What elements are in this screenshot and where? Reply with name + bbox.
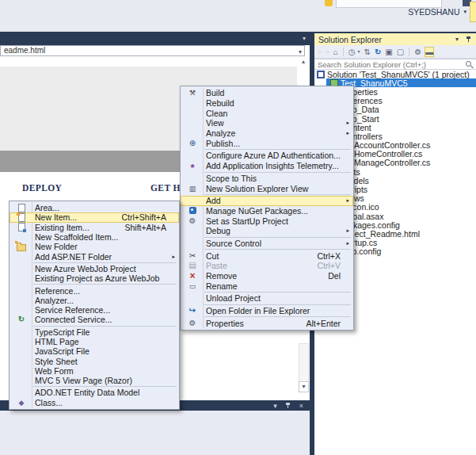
sync-icon[interactable]: ⇅ <box>363 47 371 57</box>
menu-item-open-folder-in-file-explorer[interactable]: ↪Open Folder in File Explorer <box>181 306 353 316</box>
project-context-menu: ⚒BuildRebuildCleanView▸Analyze▸⊕Publish.… <box>180 86 354 331</box>
menu-item-class[interactable]: ◆Class... <box>10 398 179 407</box>
menu-separator <box>33 284 177 285</box>
wrench-tool-icon[interactable]: ⚙ <box>413 47 422 57</box>
solution-explorer-title: Solution Explorer <box>318 35 382 44</box>
menu-item-shortcut: Del <box>328 271 350 281</box>
gear-icon: ⚙ <box>184 217 201 225</box>
menu-item-new-scaffolded-item[interactable]: New Scaffolded Item... <box>10 232 179 242</box>
menu-item-new-solution-explorer-view[interactable]: ▥New Solution Explorer View <box>181 183 353 193</box>
submenu-arrow-icon: ▸ <box>346 197 349 204</box>
chev-down-icon[interactable]: ▾ <box>273 402 277 410</box>
feedback-badge[interactable] <box>470 2 476 22</box>
menu-item-shortcut: Alt+Enter <box>307 319 350 328</box>
doc-icon <box>13 204 30 212</box>
menu-item-set-as-startup-project[interactable]: ⚙Set as StartUp Project <box>181 216 353 226</box>
pin-icon[interactable] <box>285 402 291 410</box>
menu-item-add-asp-net-folder[interactable]: Add ASP.NET Folder▸ <box>10 251 179 261</box>
menu-item-cut[interactable]: ✂CutCtrl+X <box>181 250 353 261</box>
menu-item-javascript-file[interactable]: JavaScript File <box>10 346 179 356</box>
menu-item-rebuild[interactable]: Rebuild <box>181 98 353 109</box>
submenu-arrow-icon: ▸ <box>346 120 349 126</box>
menu-item-new-folder[interactable]: New Folder <box>10 242 179 251</box>
menu-item-paste[interactable]: ▤PasteCtrl+V <box>181 261 353 271</box>
menu-item-label: TypeScript File <box>30 327 89 337</box>
menu-item-html-page[interactable]: HTML Page <box>10 337 179 346</box>
menu-separator <box>204 316 351 317</box>
tree-item-solution-test-shanumvc5-1-project[interactable]: Solution 'Test_ShanuMVC5' (1 project) <box>314 70 476 78</box>
menu-separator <box>204 237 351 238</box>
menu-item-scope-to-this[interactable]: Scope to This <box>181 174 353 184</box>
combobox-dropdown-icon[interactable]: ▾ <box>299 48 302 57</box>
menu-item-existing-project-as-azure-webjob[interactable]: Existing Project as Azure WebJob <box>10 273 179 283</box>
menu-item-properties[interactable]: ⚙PropertiesAlt+Enter <box>181 318 353 328</box>
show-all-icon[interactable]: ▢ <box>396 47 405 57</box>
menu-item-service-reference[interactable]: Service Reference... <box>10 305 179 315</box>
menu-item-mvc-5-view-page-razor[interactable]: MVC 5 View Page (Razor) <box>10 376 179 385</box>
signed-in-user-menu[interactable]: SYEDSHANU ▾ <box>408 7 466 17</box>
menu-item-publish[interactable]: ⊕Publish... <box>181 138 353 148</box>
menu-item-shortcut: Ctrl+V <box>318 261 350 270</box>
menu-item-clean[interactable]: Clean <box>181 108 353 118</box>
menu-item-add[interactable]: Add▸ <box>181 196 353 206</box>
search-input[interactable] <box>314 60 465 69</box>
menu-item-style-sheet[interactable]: Style Sheet <box>10 356 179 365</box>
rename-icon: ▭ <box>184 282 201 290</box>
menu-item-add-application-insights-telemetry[interactable]: *Add Application Insights Telemetry... <box>181 161 353 171</box>
menu-item-analyze[interactable]: Analyze▸ <box>181 128 353 139</box>
window-position-dropdown-icon[interactable]: ▾ <box>455 36 459 43</box>
menu-separator <box>204 149 351 150</box>
menu-item-remove[interactable]: ×RemoveDel <box>181 271 353 281</box>
chev-down-icon[interactable]: ▾ <box>356 47 360 57</box>
menu-item-typescript-file[interactable]: TypeScript File <box>10 327 179 337</box>
menu-item-source-control[interactable]: Source Control▸ <box>181 239 353 249</box>
filter-icon[interactable]: ◷ <box>348 47 356 57</box>
menu-item-manage-nuget-packages[interactable]: Manage NuGet Packages... <box>181 206 353 216</box>
menu-item-debug[interactable]: Debug▸ <box>181 226 353 236</box>
menu-separator <box>204 292 351 292</box>
menu-item-build[interactable]: ⚒Build <box>181 88 353 98</box>
nav-back-icon[interactable]: ○ <box>317 47 322 57</box>
menu-item-label: New Folder <box>30 242 78 251</box>
editor-scroll-up-button[interactable]: ▴ <box>298 57 309 67</box>
editor-scroll-down-button[interactable]: ▾ <box>299 381 309 392</box>
menu-item-configure-azure-ad-authentication[interactable]: Configure Azure AD Authentication... <box>181 151 353 161</box>
tab-list-dropdown-icon[interactable]: ▾ <box>303 35 306 42</box>
menu-item-label: New Azure WebJob Project <box>30 264 136 273</box>
menu-item-label: New Scaffolded Item... <box>30 232 118 242</box>
menu-item-label: Unload Project <box>201 293 261 303</box>
menu-item-area[interactable]: Area... <box>10 203 179 212</box>
title-bar: SYEDSHANU ▾ <box>0 0 476 32</box>
menu-item-new-item[interactable]: New Item...Ctrl+Shift+A <box>10 212 179 222</box>
close-icon[interactable]: × <box>299 402 303 410</box>
menu-item-label: Configure Azure AD Authentication... <box>201 151 341 160</box>
menu-item-label: Rebuild <box>201 98 234 108</box>
menu-item-new-azure-webjob-project[interactable]: New Azure WebJob Project <box>10 264 179 273</box>
newitem-icon <box>13 213 30 222</box>
menu-item-rename[interactable]: ▭Rename <box>181 281 353 291</box>
newfolder-icon <box>13 243 30 251</box>
refresh-icon[interactable]: ↻ <box>374 47 382 57</box>
menu-separator <box>204 249 351 250</box>
menu-item-view[interactable]: View▸ <box>181 118 353 128</box>
menu-item-unload-project[interactable]: Unload Project <box>181 293 353 304</box>
solution-explorer-titlebar[interactable]: Solution Explorer ▾ <box>314 32 476 45</box>
collapse-all-icon[interactable]: ▣ <box>384 47 393 57</box>
file-path-combobox[interactable]: eadme.html ▾ <box>0 45 305 56</box>
menu-item-connected-service[interactable]: ↻Connected Service... <box>10 315 179 324</box>
nav-forward-icon[interactable]: ○ <box>325 47 330 57</box>
menu-item-ado-net-entity-data-model[interactable]: ADO.NET Entity Data Model <box>10 388 179 397</box>
menu-item-web-form[interactable]: Web Form <box>10 366 179 376</box>
menu-item-label: Manage NuGet Packages... <box>201 206 308 216</box>
home-icon[interactable]: ⌂ <box>333 47 339 57</box>
menu-item-label: Analyze <box>201 128 235 138</box>
preview-icon[interactable]: ▬ <box>425 47 434 57</box>
notification-icon <box>325 0 333 6</box>
menu-item-analyzer[interactable]: Analyzer... <box>10 296 179 305</box>
menu-item-label: Reference... <box>30 286 80 296</box>
menu-item-label: New Solution Explorer View <box>201 184 308 193</box>
search-icon <box>465 60 474 69</box>
menu-item-existing-item[interactable]: Existing Item...Shift+Alt+A <box>10 223 179 232</box>
pin-icon[interactable] <box>466 36 472 44</box>
menu-item-reference[interactable]: Reference... <box>10 285 179 295</box>
